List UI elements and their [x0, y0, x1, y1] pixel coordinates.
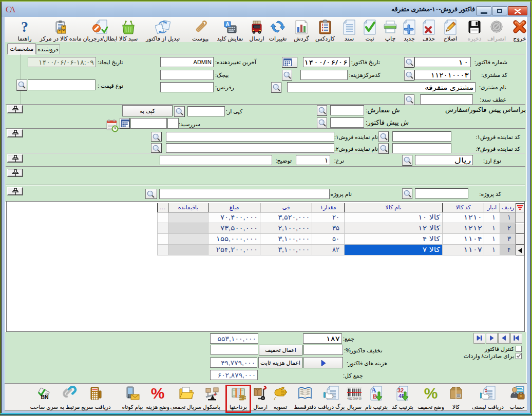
svg-text:%: %: [424, 386, 438, 401]
svg-text:%: %: [151, 386, 165, 401]
svg-text:32: 32: [397, 387, 404, 393]
svg-text:09 3064 4912: 09 3064 4912: [347, 398, 362, 400]
svg-text:A: A: [225, 22, 229, 27]
svg-text:BN: BN: [41, 394, 48, 400]
svg-text:?: ?: [21, 19, 28, 35]
